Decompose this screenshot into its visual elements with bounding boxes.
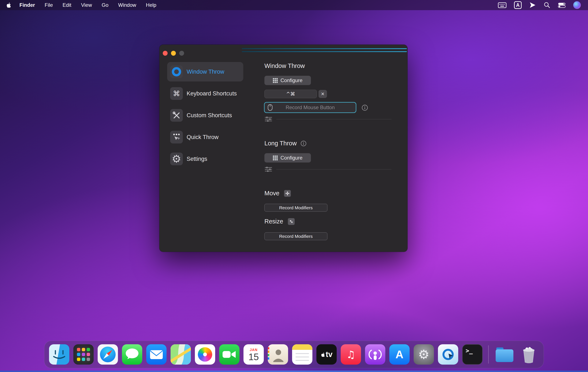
close-button[interactable] <box>163 51 168 56</box>
clear-shortcut-button[interactable]: × <box>318 90 327 98</box>
dock-finder-icon[interactable] <box>49 344 69 365</box>
desktop: Finder File Edit View Go Window Help A <box>0 0 588 372</box>
terminal-prompt: >_ <box>466 347 473 354</box>
sidebar-item-label: Custom Shortcuts <box>187 112 232 119</box>
navigation-status-icon[interactable] <box>529 2 536 9</box>
sidebar-item-quick-throw[interactable]: Quick Throw <box>167 127 243 147</box>
long-throw-heading: Long Throw <box>264 140 307 147</box>
dock-appletv-icon[interactable]: tv <box>316 344 337 365</box>
sidebar-item-window-throw[interactable]: Window Throw <box>167 62 243 81</box>
record-modifiers-label: Record Modifiers <box>279 205 313 210</box>
window-top-stripe <box>242 48 407 49</box>
window-throw-title: Window Throw <box>264 62 305 69</box>
menu-edit[interactable]: Edit <box>63 2 71 8</box>
sidebar: Window Throw ⌘ Keyboard Shortcuts Custom… <box>167 62 243 169</box>
dock-appstore-icon[interactable]: A <box>389 344 410 365</box>
gear-glyph: ⚙ <box>418 348 430 361</box>
dock-messages-icon[interactable] <box>122 344 142 365</box>
menu-bar: Finder File Edit View Go Window Help A <box>0 0 588 10</box>
record-modifiers-label: Record Modifiers <box>279 234 313 239</box>
command-icon: ⌘ <box>170 87 183 100</box>
tools-icon <box>170 109 183 122</box>
move-label: Move <box>264 190 279 197</box>
resize-row: Resize <box>264 218 295 225</box>
long-throw-title: Long Throw <box>264 140 297 147</box>
sliders-icon[interactable] <box>264 166 273 172</box>
grid-icon <box>273 78 278 83</box>
long-throw-configure-button[interactable]: Configure <box>264 153 311 163</box>
dock-contacts-icon[interactable] <box>268 344 288 365</box>
input-source-icon[interactable]: A <box>514 1 522 9</box>
dock-maps-icon[interactable] <box>171 344 191 365</box>
calendar-day: 15 <box>249 352 259 362</box>
sidebar-item-label: Settings <box>187 156 207 162</box>
dock: JAN 15 tv ♫ A ⚙ >_ <box>44 341 544 368</box>
menu-help[interactable]: Help <box>146 2 156 8</box>
dock-music-icon[interactable]: ♫ <box>341 344 361 365</box>
menu-go[interactable]: Go <box>102 2 108 8</box>
menu-file[interactable]: File <box>45 2 53 8</box>
menu-window[interactable]: Window <box>118 2 136 8</box>
gear-icon: ⚙ <box>170 153 183 165</box>
info-icon[interactable] <box>361 104 368 111</box>
apple-menu-icon[interactable] <box>6 2 11 8</box>
dock-notes-icon[interactable] <box>292 344 312 365</box>
siri-icon[interactable] <box>573 1 581 9</box>
move-row: Move <box>264 190 291 197</box>
sliders-icon[interactable] <box>264 116 273 122</box>
sidebar-item-custom-shortcuts[interactable]: Custom Shortcuts <box>167 106 243 125</box>
sidebar-item-label: Quick Throw <box>187 134 219 141</box>
menu-view[interactable]: View <box>81 2 92 8</box>
tv-label: tv <box>326 350 333 359</box>
minimize-button[interactable] <box>171 51 176 56</box>
window-top-stripe <box>242 51 407 52</box>
configure-label: Configure <box>281 77 303 83</box>
music-note-glyph: ♫ <box>346 349 355 360</box>
record-mouse-placeholder: Record Mouse Button <box>265 105 356 110</box>
configure-label: Configure <box>281 155 303 161</box>
window-throw-shortcut-field[interactable]: ^⌘ <box>264 90 317 98</box>
clear-icon: × <box>321 91 325 97</box>
dock-trash-icon[interactable] <box>519 344 539 365</box>
traffic-lights <box>163 51 184 56</box>
dock-terminal-icon[interactable]: >_ <box>462 344 483 365</box>
sidebar-item-label: Keyboard Shortcuts <box>187 90 237 97</box>
sidebar-item-settings[interactable]: ⚙ Settings <box>167 149 243 169</box>
resize-label: Resize <box>264 218 283 225</box>
spotlight-icon[interactable] <box>544 2 550 9</box>
record-mouse-button-field[interactable]: Record Mouse Button <box>264 102 356 113</box>
app-window: Window Throw ⌘ Keyboard Shortcuts Custom… <box>159 45 408 252</box>
dock-system-preferences-icon[interactable]: ⚙ <box>414 344 434 365</box>
dock-mail-icon[interactable] <box>146 344 167 365</box>
resize-record-modifiers-button[interactable]: Record Modifiers <box>264 232 327 240</box>
window-throw-configure-button[interactable]: Configure <box>264 76 311 85</box>
dock-facetime-icon[interactable] <box>219 344 240 365</box>
shortcut-value: ^⌘ <box>286 91 295 97</box>
appstore-letter: A <box>395 348 403 361</box>
info-icon[interactable] <box>300 140 307 147</box>
zoom-button[interactable] <box>179 51 184 56</box>
dock-separator <box>488 345 489 363</box>
resize-diagonal-icon <box>288 218 295 225</box>
grid-icon <box>273 155 278 160</box>
sidebar-item-keyboard-shortcuts[interactable]: ⌘ Keyboard Shortcuts <box>167 84 243 103</box>
window-throw-ring-icon <box>170 66 183 78</box>
dock-window-manager-app-icon[interactable] <box>438 344 458 365</box>
move-record-modifiers-button[interactable]: Record Modifiers <box>264 204 327 212</box>
dock-safari-icon[interactable] <box>98 344 118 365</box>
keyboard-status-icon[interactable] <box>498 2 506 8</box>
menu-bar-status-area: A <box>498 1 588 9</box>
quick-throw-icon <box>170 131 183 143</box>
dock-photos-icon[interactable] <box>195 344 215 365</box>
move-grid-icon <box>284 190 291 197</box>
sidebar-item-label: Window Throw <box>187 69 224 75</box>
calendar-month: JAN <box>250 348 257 352</box>
menu-app-name[interactable]: Finder <box>20 2 35 8</box>
dock-podcasts-icon[interactable] <box>365 344 385 365</box>
dock-calendar-icon[interactable]: JAN 15 <box>243 344 264 365</box>
dock-launchpad-icon[interactable] <box>73 344 94 365</box>
dock-downloads-folder-icon[interactable] <box>494 344 515 365</box>
divider <box>276 119 391 119</box>
menu-bar-left: Finder File Edit View Go Window Help <box>0 2 157 8</box>
control-center-icon[interactable] <box>558 2 566 8</box>
